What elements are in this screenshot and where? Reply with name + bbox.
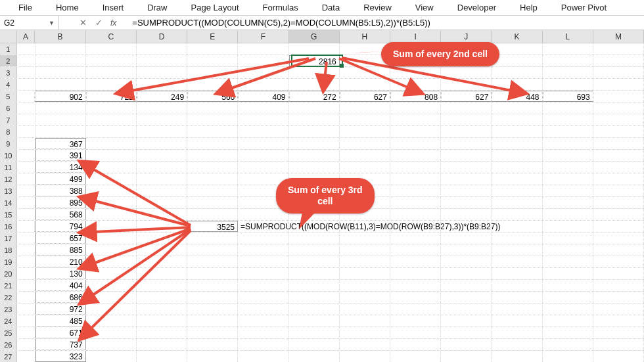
cell-I7[interactable] bbox=[390, 114, 441, 125]
cell-H3[interactable] bbox=[340, 67, 390, 78]
cell-C13[interactable] bbox=[86, 185, 137, 196]
row-header[interactable]: 20 bbox=[0, 268, 17, 279]
cell-J21[interactable] bbox=[441, 280, 492, 291]
cell-G24[interactable] bbox=[289, 315, 340, 327]
cell-G10[interactable] bbox=[289, 150, 340, 161]
cell-I9[interactable] bbox=[390, 138, 441, 149]
cell-K12[interactable] bbox=[492, 173, 542, 185]
cell-I22[interactable] bbox=[390, 292, 441, 303]
cell-H9[interactable] bbox=[340, 138, 390, 149]
col-header-I[interactable]: I bbox=[390, 30, 441, 43]
cell-K2[interactable] bbox=[492, 55, 542, 66]
cell-A1[interactable] bbox=[17, 43, 35, 55]
cell-K13[interactable] bbox=[492, 185, 542, 196]
cell-J19[interactable] bbox=[441, 256, 492, 267]
cell-G26[interactable] bbox=[289, 339, 340, 350]
cell-E18[interactable] bbox=[187, 244, 238, 256]
cell-C25[interactable] bbox=[86, 327, 137, 338]
cell-L3[interactable] bbox=[543, 67, 593, 78]
ribbon-tab-data[interactable]: Data bbox=[310, 3, 352, 12]
cell-L11[interactable] bbox=[543, 162, 593, 173]
cell-E4[interactable] bbox=[187, 79, 238, 90]
cell-E14[interactable] bbox=[187, 197, 238, 208]
name-box[interactable]: G2 ▼ bbox=[0, 16, 59, 30]
cell-F26[interactable] bbox=[238, 339, 288, 350]
cell-E21[interactable] bbox=[187, 280, 238, 291]
cell-J22[interactable] bbox=[441, 292, 492, 303]
cell-D20[interactable] bbox=[137, 268, 187, 279]
cell-C12[interactable] bbox=[86, 173, 137, 185]
cell-F21[interactable] bbox=[238, 280, 288, 291]
cell-F20[interactable] bbox=[238, 268, 288, 279]
cell-G23[interactable] bbox=[289, 304, 340, 315]
cell-E16[interactable]: 3525 bbox=[187, 221, 238, 232]
cell-B3[interactable] bbox=[35, 67, 86, 78]
cell-B27[interactable]: 323 bbox=[35, 351, 86, 362]
cell-L27[interactable] bbox=[543, 351, 593, 362]
cell-L2[interactable] bbox=[543, 55, 593, 66]
cell-K25[interactable] bbox=[492, 327, 542, 338]
ribbon-tab-formulas[interactable]: Formulas bbox=[251, 3, 310, 12]
cell-J24[interactable] bbox=[441, 315, 492, 327]
cell-I20[interactable] bbox=[390, 268, 441, 279]
cell-K14[interactable] bbox=[492, 197, 542, 208]
cell-L1[interactable] bbox=[543, 43, 593, 55]
cell-D7[interactable] bbox=[137, 114, 187, 125]
cell-D11[interactable] bbox=[137, 162, 187, 173]
ribbon-tab-power-pivot[interactable]: Power Pivot bbox=[549, 3, 618, 12]
cell-G6[interactable] bbox=[289, 102, 340, 114]
cell-G3[interactable] bbox=[289, 67, 340, 78]
cell-D16[interactable] bbox=[137, 221, 187, 232]
cell-G17[interactable] bbox=[289, 233, 340, 244]
cell-A4[interactable] bbox=[17, 79, 35, 90]
cell-A9[interactable] bbox=[17, 138, 35, 149]
col-header-E[interactable]: E bbox=[187, 30, 238, 43]
cell-B13[interactable]: 388 bbox=[35, 185, 86, 196]
cell-D10[interactable] bbox=[137, 150, 187, 161]
ribbon-tab-insert[interactable]: Insert bbox=[91, 3, 136, 12]
cell-G5[interactable]: 272 bbox=[289, 91, 340, 102]
cell-A11[interactable] bbox=[17, 162, 35, 173]
row-header[interactable]: 12 bbox=[0, 173, 17, 185]
cell-F7[interactable] bbox=[238, 114, 288, 125]
cell-B24[interactable]: 485 bbox=[35, 315, 86, 327]
cell-E8[interactable] bbox=[187, 126, 238, 137]
cell-H5[interactable]: 627 bbox=[340, 91, 390, 102]
col-header-H[interactable]: H bbox=[340, 30, 390, 43]
cell-A24[interactable] bbox=[17, 315, 35, 327]
col-header-F[interactable]: F bbox=[238, 30, 288, 43]
cell-K15[interactable] bbox=[492, 209, 542, 220]
cell-H22[interactable] bbox=[340, 292, 390, 303]
row-header[interactable]: 25 bbox=[0, 327, 17, 338]
cell-B11[interactable]: 134 bbox=[35, 162, 86, 173]
col-header-A[interactable]: A bbox=[17, 30, 35, 43]
row-header[interactable]: 6 bbox=[0, 102, 17, 114]
cell-H16[interactable] bbox=[340, 221, 390, 232]
cell-G25[interactable] bbox=[289, 327, 340, 338]
cell-A5[interactable] bbox=[17, 91, 35, 102]
cell-A15[interactable] bbox=[17, 209, 35, 220]
cell-C22[interactable] bbox=[86, 292, 137, 303]
col-header-G[interactable]: G bbox=[289, 30, 340, 43]
cell-K9[interactable] bbox=[492, 138, 542, 149]
cell-C15[interactable] bbox=[86, 209, 137, 220]
cell-H23[interactable] bbox=[340, 304, 390, 315]
cell-L6[interactable] bbox=[543, 102, 593, 114]
cell-C7[interactable] bbox=[86, 114, 137, 125]
cell-D12[interactable] bbox=[137, 173, 187, 185]
cell-L26[interactable] bbox=[543, 339, 593, 350]
cell-C14[interactable] bbox=[86, 197, 137, 208]
cell-H7[interactable] bbox=[340, 114, 390, 125]
cell-L15[interactable] bbox=[543, 209, 593, 220]
cell-B10[interactable]: 391 bbox=[35, 150, 86, 161]
cell-E26[interactable] bbox=[187, 339, 238, 350]
cell-E23[interactable] bbox=[187, 304, 238, 315]
cell-F11[interactable] bbox=[238, 162, 288, 173]
cell-G8[interactable] bbox=[289, 126, 340, 137]
cell-I23[interactable] bbox=[390, 304, 441, 315]
row-header[interactable]: 17 bbox=[0, 233, 17, 244]
cell-G19[interactable] bbox=[289, 256, 340, 267]
cell-C24[interactable] bbox=[86, 315, 137, 327]
cell-D18[interactable] bbox=[137, 244, 187, 256]
cell-I16[interactable] bbox=[390, 221, 441, 232]
